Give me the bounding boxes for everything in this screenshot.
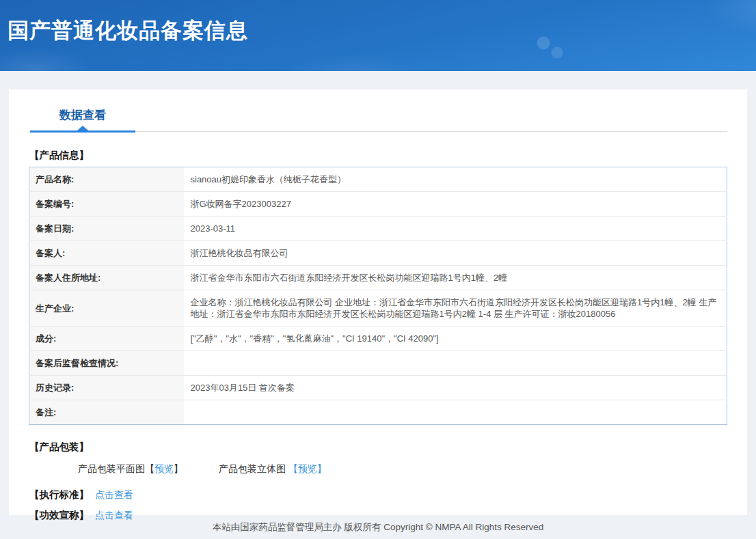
- row-label: 备案人:: [29, 241, 184, 266]
- row-label: 成分:: [29, 327, 184, 351]
- table-row: 成分: ["乙醇"，"水"，"香精"，"氢化蓖麻油"，"CI 19140"，"C…: [29, 327, 727, 351]
- packaging-flat-preview-link[interactable]: 预览: [154, 463, 174, 474]
- table-row: 备案人: 浙江艳桃化妆品有限公司: [29, 241, 727, 266]
- row-value: 浙江艳桃化妆品有限公司: [184, 241, 727, 266]
- packaging-flat-group: 产品包装平面图【预览】: [78, 463, 183, 475]
- row-value: sianoau初媞印象香水（纯栀子花香型）: [184, 167, 727, 192]
- row-label: 生产企业:: [29, 290, 184, 327]
- table-row: 生产企业: 企业名称：浙江艳桃化妆品有限公司 企业地址：浙江省金华市东阳市六石街…: [29, 290, 727, 327]
- page-footer: 本站由国家药品监督管理局主办 版权所有 Copyright © NMPA All…: [0, 515, 756, 539]
- packaging-flat-label: 产品包装平面图: [78, 463, 145, 474]
- row-label: 备注:: [29, 400, 184, 425]
- packaging-stereo-group: 产品包装立体图 【预览】: [219, 463, 327, 475]
- row-value: [184, 400, 727, 425]
- row-label: 备案人住所地址:: [29, 266, 184, 290]
- row-label: 备案日期:: [29, 217, 184, 241]
- content-card: 数据查看 【产品信息】 产品名称: sianoau初媞印象香水（纯栀子花香型） …: [9, 89, 747, 515]
- row-value: 2023-03-11: [184, 217, 727, 241]
- bracket-close: 】: [174, 463, 183, 474]
- standard-section: 【执行标准】点击查看: [29, 488, 727, 501]
- table-row: 备案编号: 浙G妆网备字2023003227: [29, 192, 727, 217]
- table-row: 备案后监督检查情况:: [29, 351, 727, 376]
- row-value: 2023年03月15日 首次备案: [184, 376, 727, 400]
- section-title-standard: 【执行标准】: [29, 489, 89, 500]
- section-title-packaging: 【产品包装】: [29, 441, 727, 454]
- packaging-preview-line: 产品包装平面图【预览】 产品包装立体图 【预览】: [78, 463, 747, 475]
- section-title-product-info: 【产品信息】: [29, 149, 727, 162]
- footer-copyright-text: 本站由国家药品监督管理局主办 版权所有 Copyright © NMPA All…: [213, 521, 544, 534]
- table-row: 产品名称: sianoau初媞印象香水（纯栀子花香型）: [29, 167, 727, 192]
- standard-view-link[interactable]: 点击查看: [95, 489, 133, 500]
- tab-bar: 数据查看: [29, 89, 727, 132]
- tab-active-triangle-icon: [77, 126, 88, 130]
- row-label: 备案编号:: [29, 192, 184, 217]
- product-info-table: 产品名称: sianoau初媞印象香水（纯栀子花香型） 备案编号: 浙G妆网备字…: [29, 167, 727, 425]
- row-value: 浙江省金华市东阳市六石街道东阳经济开发区长松岗功能区迎瑞路1号内1幢、2幢: [184, 266, 727, 290]
- bracket-open: 【: [145, 463, 154, 474]
- row-value: 企业名称：浙江艳桃化妆品有限公司 企业地址：浙江省金华市东阳市六石街道东阳经济开…: [184, 290, 727, 327]
- row-label: 备案后监督检查情况:: [29, 351, 184, 376]
- row-value: ["乙醇"，"水"，"香精"，"氢化蓖麻油"，"CI 19140"，"CI 42…: [184, 327, 727, 351]
- row-label: 产品名称:: [29, 167, 184, 192]
- table-row: 备案日期: 2023-03-11: [29, 217, 727, 241]
- row-value: [184, 351, 727, 376]
- packaging-stereo-label: 产品包装立体图: [219, 463, 288, 474]
- table-row: 备注:: [29, 400, 727, 425]
- row-label: 历史记录:: [29, 376, 184, 400]
- tab-data-view-label: 数据查看: [59, 109, 106, 122]
- table-row: 历史记录: 2023年03月15日 首次备案: [29, 376, 727, 400]
- table-row: 备案人住所地址: 浙江省金华市东阳市六石街道东阳经济开发区长松岗功能区迎瑞路1号…: [29, 266, 727, 290]
- row-value: 浙G妆网备字2023003227: [184, 192, 727, 217]
- packaging-stereo-preview-link[interactable]: 【预览】: [288, 463, 327, 474]
- page-header: 国产普通化妆品备案信息: [0, 0, 756, 71]
- tab-data-view[interactable]: 数据查看: [30, 107, 135, 131]
- page-title: 国产普通化妆品备案信息: [0, 16, 248, 45]
